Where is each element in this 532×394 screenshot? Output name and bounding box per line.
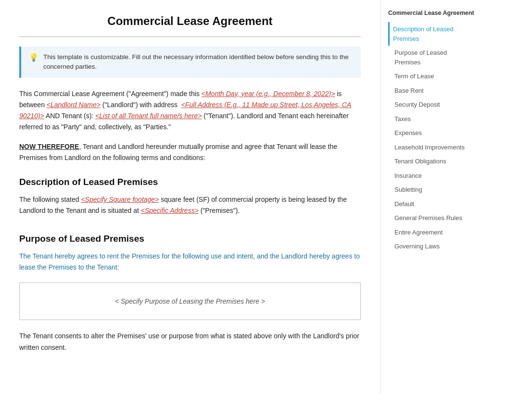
sidebar-nav-item[interactable]: Security Deposit	[388, 98, 478, 112]
sidebar-title: Commercial Lease Agreement	[388, 10, 478, 16]
intro-paragraph: This Commercial Lease Agreement ("Agreem…	[19, 88, 361, 133]
sidebar-nav-item[interactable]: Base Rent	[388, 84, 478, 98]
sidebar-nav-link[interactable]: Tenant Obligations	[388, 154, 478, 169]
sidebar-nav-link[interactable]: Governing Laws	[388, 239, 478, 254]
section-description: Description of Leased Premises The follo…	[19, 177, 361, 216]
sidebar-nav-link[interactable]: Leasehold Improvements	[388, 140, 478, 155]
specific-address-link[interactable]: <Specific Address>	[141, 207, 199, 214]
sidebar-nav-item[interactable]: General Premises Rules	[388, 211, 478, 225]
sidebar-nav-link[interactable]: Description of Leased Premises	[388, 22, 478, 46]
sidebar-nav-item[interactable]: Purpose of Leased Premises	[388, 46, 478, 69]
sidebar-nav-item[interactable]: Description of Leased Premises	[388, 22, 478, 46]
sidebar-nav-item[interactable]: Leasehold Improvements	[388, 140, 478, 155]
sidebar-nav-link[interactable]: Expenses	[388, 126, 478, 140]
sidebar: Commercial Lease Agreement Description o…	[380, 0, 486, 394]
square-footage-link[interactable]: <Specify Square footage>	[81, 196, 159, 203]
sidebar-nav-link[interactable]: Security Deposit	[388, 98, 478, 112]
purpose-intro: The Tenant hereby agrees to rent the Pre…	[19, 251, 361, 273]
sidebar-nav-item[interactable]: Subletting	[388, 183, 478, 197]
sidebar-nav-item[interactable]: Term of Lease	[388, 69, 478, 84]
title-divider	[19, 37, 361, 37]
description-para: The following stated <Specify Square foo…	[19, 194, 361, 216]
sidebar-nav-item[interactable]: Entire Agreement	[388, 225, 478, 240]
sidebar-nav-link[interactable]: Base Rent	[388, 84, 478, 98]
sidebar-nav-link[interactable]: General Premises Rules	[388, 211, 478, 225]
purpose-heading: Purpose of Leased Premises	[19, 234, 361, 244]
purpose-footer: The Tenant consents to alter the Premise…	[19, 331, 361, 353]
sidebar-nav-link[interactable]: Purpose of Leased Premises	[388, 46, 478, 69]
section-purpose: Purpose of Leased Premises The Tenant he…	[19, 234, 361, 353]
page-title: Commercial Lease Agreement	[19, 14, 361, 28]
date-link[interactable]: <Month Day, year (e.g., December 8, 2022…	[202, 90, 335, 98]
info-box-text: This template is customizable. Fill out …	[43, 52, 353, 72]
sidebar-nav-link[interactable]: Term of Lease	[388, 69, 478, 84]
sidebar-nav-item[interactable]: Taxes	[388, 112, 478, 126]
lightbulb-icon: 💡	[29, 53, 38, 62]
sidebar-nav-item[interactable]: Tenant Obligations	[388, 154, 478, 169]
sidebar-nav-item[interactable]: Governing Laws	[388, 239, 478, 254]
main-content: Commercial Lease Agreement 💡 This templa…	[0, 0, 380, 394]
description-heading: Description of Leased Premises	[19, 177, 361, 187]
info-box: 💡 This template is customizable. Fill ou…	[19, 47, 361, 78]
sidebar-nav: Description of Leased PremisesPurpose of…	[388, 22, 478, 254]
sidebar-nav-item[interactable]: Expenses	[388, 126, 478, 140]
sidebar-nav-link[interactable]: Taxes	[388, 112, 478, 126]
sidebar-nav-item[interactable]: Default	[388, 197, 478, 211]
sidebar-nav-link[interactable]: Insurance	[388, 169, 478, 183]
landlord-name-link[interactable]: <Landlord Name>	[47, 101, 101, 109]
sidebar-nav-item[interactable]: Insurance	[388, 169, 478, 183]
purpose-input-box[interactable]: < Specify Purpose of Leasing the Premise…	[19, 283, 361, 320]
tenant-link[interactable]: <List of all Tenant full name/s here>	[95, 112, 202, 120]
sidebar-nav-link[interactable]: Default	[388, 197, 478, 211]
sidebar-nav-link[interactable]: Entire Agreement	[388, 225, 478, 240]
purpose-placeholder: < Specify Purpose of Leasing the Premise…	[115, 297, 265, 305]
now-therefore-paragraph: NOW THEREFORE, Tenant and Landlord hereu…	[19, 141, 361, 163]
sidebar-nav-link[interactable]: Subletting	[388, 183, 478, 197]
